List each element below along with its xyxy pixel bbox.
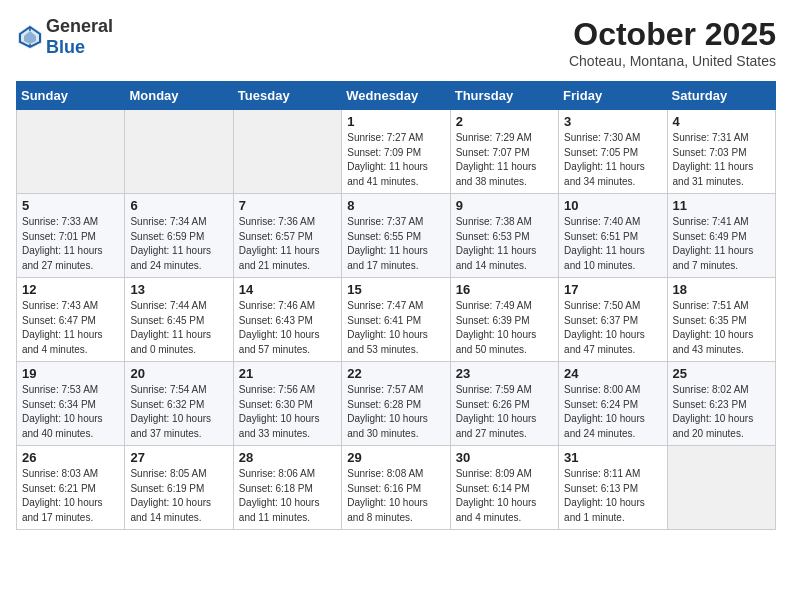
day-number: 3 [564, 114, 661, 129]
day-info: Sunrise: 8:11 AM Sunset: 6:13 PM Dayligh… [564, 467, 661, 525]
day-info: Sunrise: 7:31 AM Sunset: 7:03 PM Dayligh… [673, 131, 770, 189]
calendar-cell [17, 110, 125, 194]
day-info: Sunrise: 7:38 AM Sunset: 6:53 PM Dayligh… [456, 215, 553, 273]
day-number: 18 [673, 282, 770, 297]
calendar-cell: 8Sunrise: 7:37 AM Sunset: 6:55 PM Daylig… [342, 194, 450, 278]
title-block: October 2025 Choteau, Montana, United St… [569, 16, 776, 69]
day-info: Sunrise: 7:51 AM Sunset: 6:35 PM Dayligh… [673, 299, 770, 357]
day-number: 25 [673, 366, 770, 381]
day-info: Sunrise: 8:00 AM Sunset: 6:24 PM Dayligh… [564, 383, 661, 441]
calendar-cell [233, 110, 341, 194]
day-info: Sunrise: 7:53 AM Sunset: 6:34 PM Dayligh… [22, 383, 119, 441]
day-number: 21 [239, 366, 336, 381]
calendar-cell: 19Sunrise: 7:53 AM Sunset: 6:34 PM Dayli… [17, 362, 125, 446]
calendar-cell: 7Sunrise: 7:36 AM Sunset: 6:57 PM Daylig… [233, 194, 341, 278]
day-info: Sunrise: 8:06 AM Sunset: 6:18 PM Dayligh… [239, 467, 336, 525]
weekday-header: Monday [125, 82, 233, 110]
calendar-cell: 1Sunrise: 7:27 AM Sunset: 7:09 PM Daylig… [342, 110, 450, 194]
day-info: Sunrise: 7:56 AM Sunset: 6:30 PM Dayligh… [239, 383, 336, 441]
calendar-cell: 10Sunrise: 7:40 AM Sunset: 6:51 PM Dayli… [559, 194, 667, 278]
calendar-week-row: 19Sunrise: 7:53 AM Sunset: 6:34 PM Dayli… [17, 362, 776, 446]
calendar-week-row: 5Sunrise: 7:33 AM Sunset: 7:01 PM Daylig… [17, 194, 776, 278]
logo-icon [16, 23, 44, 51]
calendar-cell: 15Sunrise: 7:47 AM Sunset: 6:41 PM Dayli… [342, 278, 450, 362]
day-number: 10 [564, 198, 661, 213]
day-number: 11 [673, 198, 770, 213]
weekday-header: Sunday [17, 82, 125, 110]
calendar-cell: 9Sunrise: 7:38 AM Sunset: 6:53 PM Daylig… [450, 194, 558, 278]
day-number: 6 [130, 198, 227, 213]
day-number: 20 [130, 366, 227, 381]
day-number: 2 [456, 114, 553, 129]
day-number: 24 [564, 366, 661, 381]
calendar-cell: 24Sunrise: 8:00 AM Sunset: 6:24 PM Dayli… [559, 362, 667, 446]
day-info: Sunrise: 8:09 AM Sunset: 6:14 PM Dayligh… [456, 467, 553, 525]
calendar-cell: 27Sunrise: 8:05 AM Sunset: 6:19 PM Dayli… [125, 446, 233, 530]
day-info: Sunrise: 7:36 AM Sunset: 6:57 PM Dayligh… [239, 215, 336, 273]
calendar-cell: 22Sunrise: 7:57 AM Sunset: 6:28 PM Dayli… [342, 362, 450, 446]
calendar-week-row: 12Sunrise: 7:43 AM Sunset: 6:47 PM Dayli… [17, 278, 776, 362]
calendar-cell: 14Sunrise: 7:46 AM Sunset: 6:43 PM Dayli… [233, 278, 341, 362]
day-info: Sunrise: 7:34 AM Sunset: 6:59 PM Dayligh… [130, 215, 227, 273]
day-info: Sunrise: 7:30 AM Sunset: 7:05 PM Dayligh… [564, 131, 661, 189]
day-info: Sunrise: 7:37 AM Sunset: 6:55 PM Dayligh… [347, 215, 444, 273]
day-number: 1 [347, 114, 444, 129]
day-number: 27 [130, 450, 227, 465]
day-info: Sunrise: 7:46 AM Sunset: 6:43 PM Dayligh… [239, 299, 336, 357]
day-info: Sunrise: 7:27 AM Sunset: 7:09 PM Dayligh… [347, 131, 444, 189]
day-number: 7 [239, 198, 336, 213]
day-number: 30 [456, 450, 553, 465]
day-number: 19 [22, 366, 119, 381]
calendar-cell: 2Sunrise: 7:29 AM Sunset: 7:07 PM Daylig… [450, 110, 558, 194]
calendar-cell: 29Sunrise: 8:08 AM Sunset: 6:16 PM Dayli… [342, 446, 450, 530]
calendar-cell: 11Sunrise: 7:41 AM Sunset: 6:49 PM Dayli… [667, 194, 775, 278]
logo: General Blue [16, 16, 113, 58]
day-number: 26 [22, 450, 119, 465]
calendar-cell: 16Sunrise: 7:49 AM Sunset: 6:39 PM Dayli… [450, 278, 558, 362]
day-number: 17 [564, 282, 661, 297]
calendar-week-row: 26Sunrise: 8:03 AM Sunset: 6:21 PM Dayli… [17, 446, 776, 530]
calendar-cell: 18Sunrise: 7:51 AM Sunset: 6:35 PM Dayli… [667, 278, 775, 362]
day-info: Sunrise: 7:50 AM Sunset: 6:37 PM Dayligh… [564, 299, 661, 357]
calendar-cell [667, 446, 775, 530]
day-info: Sunrise: 7:40 AM Sunset: 6:51 PM Dayligh… [564, 215, 661, 273]
day-number: 28 [239, 450, 336, 465]
calendar-cell: 4Sunrise: 7:31 AM Sunset: 7:03 PM Daylig… [667, 110, 775, 194]
calendar-cell: 3Sunrise: 7:30 AM Sunset: 7:05 PM Daylig… [559, 110, 667, 194]
weekday-header: Thursday [450, 82, 558, 110]
page-header: General Blue October 2025 Choteau, Monta… [16, 16, 776, 69]
day-info: Sunrise: 8:08 AM Sunset: 6:16 PM Dayligh… [347, 467, 444, 525]
day-info: Sunrise: 7:33 AM Sunset: 7:01 PM Dayligh… [22, 215, 119, 273]
day-number: 14 [239, 282, 336, 297]
day-number: 16 [456, 282, 553, 297]
day-info: Sunrise: 7:59 AM Sunset: 6:26 PM Dayligh… [456, 383, 553, 441]
calendar-cell: 26Sunrise: 8:03 AM Sunset: 6:21 PM Dayli… [17, 446, 125, 530]
calendar-cell: 5Sunrise: 7:33 AM Sunset: 7:01 PM Daylig… [17, 194, 125, 278]
day-info: Sunrise: 8:02 AM Sunset: 6:23 PM Dayligh… [673, 383, 770, 441]
day-number: 9 [456, 198, 553, 213]
weekday-header: Saturday [667, 82, 775, 110]
logo-general: General [46, 16, 113, 36]
day-number: 12 [22, 282, 119, 297]
calendar-table: SundayMondayTuesdayWednesdayThursdayFrid… [16, 81, 776, 530]
day-info: Sunrise: 7:41 AM Sunset: 6:49 PM Dayligh… [673, 215, 770, 273]
day-number: 5 [22, 198, 119, 213]
day-info: Sunrise: 7:29 AM Sunset: 7:07 PM Dayligh… [456, 131, 553, 189]
logo-text: General Blue [46, 16, 113, 58]
calendar-cell: 31Sunrise: 8:11 AM Sunset: 6:13 PM Dayli… [559, 446, 667, 530]
calendar-cell: 20Sunrise: 7:54 AM Sunset: 6:32 PM Dayli… [125, 362, 233, 446]
calendar-cell [125, 110, 233, 194]
calendar-cell: 28Sunrise: 8:06 AM Sunset: 6:18 PM Dayli… [233, 446, 341, 530]
weekday-header: Tuesday [233, 82, 341, 110]
day-number: 8 [347, 198, 444, 213]
day-info: Sunrise: 7:43 AM Sunset: 6:47 PM Dayligh… [22, 299, 119, 357]
calendar-cell: 17Sunrise: 7:50 AM Sunset: 6:37 PM Dayli… [559, 278, 667, 362]
day-info: Sunrise: 7:54 AM Sunset: 6:32 PM Dayligh… [130, 383, 227, 441]
calendar-week-row: 1Sunrise: 7:27 AM Sunset: 7:09 PM Daylig… [17, 110, 776, 194]
weekday-header: Wednesday [342, 82, 450, 110]
calendar-cell: 12Sunrise: 7:43 AM Sunset: 6:47 PM Dayli… [17, 278, 125, 362]
day-number: 29 [347, 450, 444, 465]
day-number: 23 [456, 366, 553, 381]
day-number: 4 [673, 114, 770, 129]
weekday-header: Friday [559, 82, 667, 110]
